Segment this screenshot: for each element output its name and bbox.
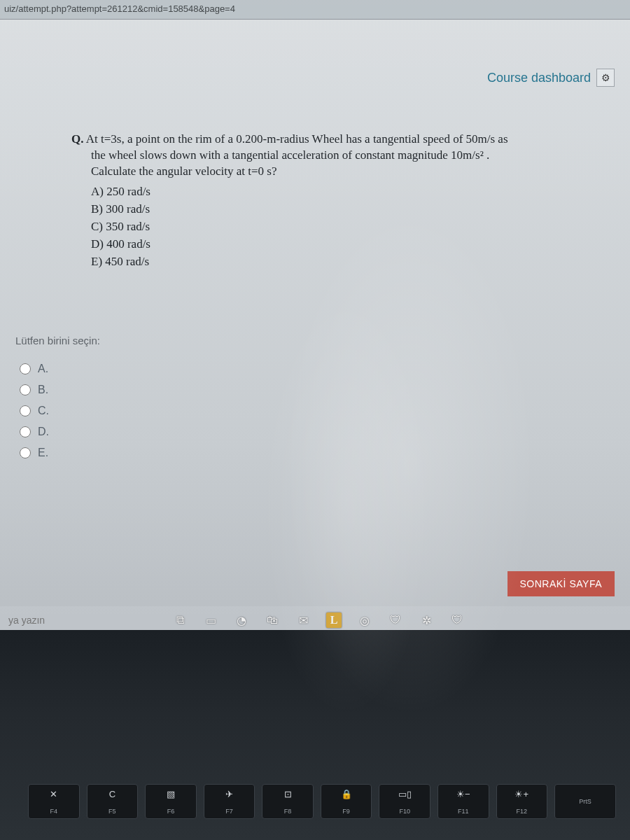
key-f8[interactable]: ⊡ F8 xyxy=(262,784,314,819)
radio-option-b[interactable]: B. xyxy=(20,384,49,396)
brightness-down-icon: ☀− xyxy=(456,789,470,799)
radio-label-a: A. xyxy=(38,363,48,375)
radio-option-c[interactable]: C. xyxy=(20,405,49,417)
function-key-row: ✕ F4 C F5 ▧ F6 ✈ F7 ⊡ F8 🔒 F9 ▭▯ F10 ☀− xyxy=(28,784,616,819)
radio-input-a[interactable] xyxy=(20,363,31,374)
edge-icon[interactable]: ◔ xyxy=(234,612,249,628)
photos-icon[interactable]: ◎ xyxy=(357,612,372,628)
brightness-up-icon: ☀+ xyxy=(514,789,528,799)
key-f10[interactable]: ▭▯ F10 xyxy=(379,784,430,819)
key-f10-label: F10 xyxy=(399,808,410,815)
explorer-icon[interactable]: ▭ xyxy=(203,612,218,628)
key-f11-label: F11 xyxy=(458,808,469,815)
radio-input-e[interactable] xyxy=(20,447,31,458)
key-f7-label: F7 xyxy=(225,808,233,815)
key-f4[interactable]: ✕ F4 xyxy=(28,784,80,819)
key-f9-label: F9 xyxy=(342,808,350,815)
url-text: uiz/attempt.php?attempt=261212&cmid=1585… xyxy=(4,4,235,14)
touchpad-icon: ▧ xyxy=(167,789,175,799)
settings-button[interactable]: ⚙ xyxy=(596,69,615,87)
key-f5[interactable]: C F5 xyxy=(87,784,139,819)
key-f8-label: F8 xyxy=(284,808,292,815)
key-f4-label: F4 xyxy=(50,808,58,815)
key-f9[interactable]: 🔒 F9 xyxy=(321,784,372,819)
course-dashboard-link[interactable]: Course dashboard xyxy=(487,71,591,85)
key-f11[interactable]: ☀− F11 xyxy=(438,784,489,819)
inline-option-e: E) 450 rad/s xyxy=(91,254,609,270)
key-f7[interactable]: ✈ F7 xyxy=(204,784,255,819)
taskbar-icons: ⧉ ▭ ◔ 🛍 ✉ L ◎ 🛡 ✲ 🛡 xyxy=(172,612,465,628)
key-f12-label: F12 xyxy=(517,808,528,815)
address-bar[interactable]: uiz/attempt.php?attempt=261212&cmid=1585… xyxy=(0,0,630,20)
display-switch-icon: ▭▯ xyxy=(398,789,412,799)
key-prtsc-label: PrtS xyxy=(579,798,592,805)
question-block: Q. At t=3s, a point on the rim of a 0.20… xyxy=(42,132,609,272)
inline-option-a: A) 250 rad/s xyxy=(91,184,609,200)
app-l-icon[interactable]: L xyxy=(326,612,342,628)
radio-input-c[interactable] xyxy=(20,405,31,416)
question-inline-options: A) 250 rad/s B) 300 rad/s C) 350 rad/s D… xyxy=(42,184,609,270)
radio-label-d: D. xyxy=(38,426,49,438)
shield-icon[interactable]: 🛡 xyxy=(388,612,403,628)
gear-icon: ⚙ xyxy=(601,72,610,84)
close-icon: ✕ xyxy=(50,789,57,799)
answer-radio-group: A. B. C. D. E. xyxy=(20,354,49,468)
question-line-2: the wheel slows down with a tangential a… xyxy=(91,148,489,162)
radio-label-e: E. xyxy=(38,447,48,459)
next-page-button[interactable]: SONRAKİ SAYFA xyxy=(507,571,615,596)
question-line-3: Calculate the angular velocity at t=0 s? xyxy=(91,164,276,178)
inline-option-b: B) 300 rad/s xyxy=(91,202,609,218)
page-content: Course dashboard ⚙ Q. At t=3s, a point o… xyxy=(0,20,630,630)
key-prtsc[interactable]: PrtS xyxy=(554,784,616,819)
key-f6-label: F6 xyxy=(167,808,175,815)
question-line-1: At t=3s, a point on the rim of a 0.200-m… xyxy=(86,132,508,146)
radio-input-b[interactable] xyxy=(20,384,31,396)
key-f6[interactable]: ▧ F6 xyxy=(145,784,197,819)
select-one-prompt: Lütfen birini seçin: xyxy=(15,335,100,346)
camera-icon: ⊡ xyxy=(284,789,292,799)
misc-icon[interactable]: ✲ xyxy=(419,612,434,628)
shield2-icon[interactable]: 🛡 xyxy=(449,612,465,628)
store-icon[interactable]: 🛍 xyxy=(265,612,280,628)
mail-icon[interactable]: ✉ xyxy=(295,612,311,628)
inline-option-c: C) 350 rad/s xyxy=(91,219,609,235)
question-prefix: Q. xyxy=(71,132,83,146)
radio-label-b: B. xyxy=(38,384,48,396)
radio-option-e[interactable]: E. xyxy=(20,447,49,459)
radio-option-a[interactable]: A. xyxy=(20,363,49,375)
radio-label-c: C. xyxy=(38,405,49,417)
key-f5-label: F5 xyxy=(108,808,116,815)
airplane-icon: ✈ xyxy=(225,789,233,799)
taskbar-search-input[interactable] xyxy=(4,610,151,630)
task-view-icon[interactable]: ⧉ xyxy=(172,612,188,628)
inline-option-d: D) 400 rad/s xyxy=(91,237,609,253)
lock-icon: 🔒 xyxy=(341,789,352,799)
radio-input-d[interactable] xyxy=(20,426,31,438)
refresh-icon: C xyxy=(109,789,115,799)
radio-option-d[interactable]: D. xyxy=(20,426,49,438)
key-f12[interactable]: ☀+ F12 xyxy=(496,784,548,819)
laptop-keyboard-area: ✕ F4 C F5 ▧ F6 ✈ F7 ⊡ F8 🔒 F9 ▭▯ F10 ☀− xyxy=(0,630,630,840)
